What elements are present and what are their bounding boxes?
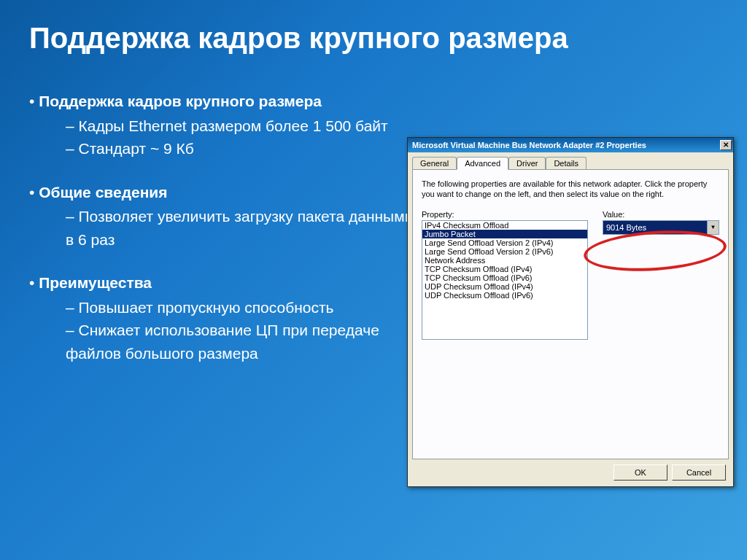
close-button[interactable]: ✕: [720, 140, 732, 150]
slide-title: Поддержка кадров крупного размера: [29, 22, 718, 55]
value-dropdown[interactable]: 9014 Bytes ▼: [603, 220, 719, 235]
dialog-title-text: Microsoft Virtual Machine Bus Network Ad…: [412, 141, 720, 149]
bullet-list: Поддержка кадров крупного размера Кадры …: [29, 90, 416, 365]
bullet-head: Поддержка кадров крупного размера: [39, 93, 322, 109]
value-label: Value:: [603, 210, 719, 219]
tab-panel-advanced: The following properties are available f…: [412, 169, 729, 459]
cancel-button[interactable]: Cancel: [672, 464, 726, 481]
tab-strip: General Advanced Driver Details: [408, 152, 733, 169]
property-label: Property:: [422, 210, 588, 219]
panel-description: The following properties are available f…: [422, 179, 719, 200]
tab-advanced[interactable]: Advanced: [457, 157, 508, 170]
tab-details[interactable]: Details: [546, 157, 587, 169]
property-item[interactable]: TCP Checksum Offload (IPv6): [422, 273, 587, 282]
sub-bullet: Повышает пропускную способность: [66, 296, 416, 319]
property-listbox[interactable]: IPv4 Checksum Offload Jumbo Packet Large…: [422, 220, 588, 340]
property-item[interactable]: UDP Checksum Offload (IPv4): [422, 282, 587, 291]
tab-driver[interactable]: Driver: [508, 157, 546, 169]
property-item[interactable]: IPv4 Checksum Offload: [422, 221, 587, 230]
property-item[interactable]: Large Send Offload Version 2 (IPv4): [422, 238, 587, 247]
sub-bullet: Стандарт ~ 9 Кб: [66, 137, 416, 160]
sub-bullet: Кадры Ethernet размером более 1 500 байт: [66, 114, 416, 138]
property-item[interactable]: Large Send Offload Version 2 (IPv6): [422, 247, 587, 256]
bullet-head: Общие сведения: [39, 184, 167, 201]
tab-general[interactable]: General: [412, 157, 457, 169]
properties-dialog: Microsoft Virtual Machine Bus Network Ad…: [407, 137, 734, 487]
property-item[interactable]: UDP Checksum Offload (IPv6): [422, 291, 587, 300]
bullet-head: Преимущества: [39, 274, 152, 291]
property-item[interactable]: Network Address: [422, 256, 587, 265]
dropdown-arrow-icon[interactable]: ▼: [707, 221, 719, 234]
property-item[interactable]: TCP Checksum Offload (IPv4): [422, 265, 587, 273]
property-item-selected[interactable]: Jumbo Packet: [422, 230, 587, 238]
sub-bullet: Снижает использование ЦП при передаче фа…: [66, 319, 416, 365]
ok-button[interactable]: OK: [614, 464, 667, 481]
sub-bullet: Позволяет увеличить загрузку пакета данн…: [66, 205, 416, 251]
value-selected-text: 9014 Bytes: [603, 221, 707, 234]
dialog-titlebar: Microsoft Virtual Machine Bus Network Ad…: [408, 138, 733, 152]
